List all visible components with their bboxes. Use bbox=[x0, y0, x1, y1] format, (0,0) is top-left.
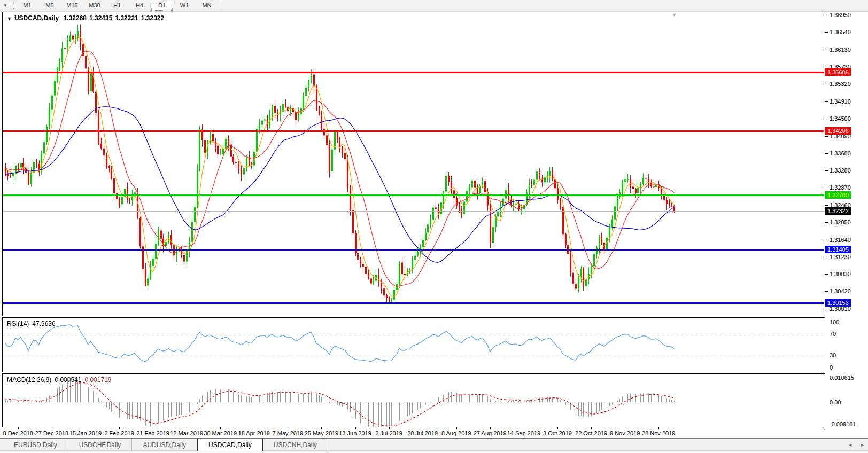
date-axis-tick bbox=[625, 427, 625, 429]
chart-symbol-period: USDCAD,Daily bbox=[14, 14, 59, 22]
price-axis-label: 1.33680 bbox=[830, 150, 851, 157]
price-axis-label: 1.36540 bbox=[830, 29, 851, 35]
price-axis-tick bbox=[825, 205, 828, 206]
date-axis-label: 2 Jul 2019 bbox=[375, 430, 402, 436]
tab-scroll-left-icon[interactable]: ◄ bbox=[848, 442, 852, 448]
date-axis-label: 25 May 2019 bbox=[305, 430, 339, 436]
date-axis-label: 12 Mar 2019 bbox=[170, 430, 203, 436]
rsi-name: RSI(14) bbox=[7, 320, 29, 327]
price-level-line[interactable] bbox=[3, 194, 824, 196]
ohlc-high: 1.32435 bbox=[89, 14, 112, 22]
rsi-axis-label: 100 bbox=[830, 319, 839, 325]
price-level-badge: 1.35606 bbox=[825, 68, 851, 76]
price-level-line[interactable] bbox=[3, 130, 824, 132]
price-axis-tick bbox=[825, 188, 828, 188]
date-axis-tick bbox=[557, 427, 558, 429]
price-level-badge: 1.30153 bbox=[825, 299, 851, 307]
timeframe-button-m30[interactable]: M30 bbox=[84, 1, 105, 11]
rsi-label: RSI(14)47.9636 bbox=[7, 320, 56, 327]
price-axis-label: 1.30010 bbox=[830, 306, 851, 312]
tab-usdcnh-daily[interactable]: USDCNH,Daily bbox=[263, 439, 328, 451]
date-axis-label: 2 Feb 2019 bbox=[104, 430, 134, 436]
current-price-line[interactable] bbox=[3, 211, 824, 212]
date-axis[interactable]: 8 Dec 201827 Dec 201815 Jan 20192 Feb 20… bbox=[2, 427, 824, 438]
date-axis-tick bbox=[490, 427, 491, 429]
toolbar-grip-handle[interactable] bbox=[11, 2, 14, 10]
tab-eurusd-daily[interactable]: EURUSD,Daily bbox=[3, 439, 68, 451]
date-axis-tick bbox=[591, 427, 592, 429]
candlestick-canvas[interactable] bbox=[3, 12, 824, 315]
timeframe-button-h1[interactable]: H1 bbox=[106, 1, 128, 11]
timeframe-button-m1[interactable]: M1 bbox=[17, 1, 38, 11]
macd-axis-label: 0.010615 bbox=[830, 374, 854, 381]
tab-audusd-daily[interactable]: AUDUSD,Daily bbox=[132, 439, 197, 451]
date-axis-tick bbox=[187, 427, 187, 429]
price-axis-tick bbox=[825, 274, 828, 275]
date-axis-tick bbox=[288, 427, 288, 429]
rsi-canvas[interactable] bbox=[3, 318, 824, 371]
macd-main-value: 0.000541 bbox=[55, 376, 81, 384]
ohlc-close: 1.32322 bbox=[141, 14, 164, 22]
price-level-badge: 1.31405 bbox=[825, 246, 851, 253]
date-axis-tick bbox=[355, 427, 356, 429]
date-axis-label: 30 Mar 2019 bbox=[204, 430, 237, 436]
toolbar-separator bbox=[221, 2, 221, 10]
price-axis-tick bbox=[825, 240, 828, 240]
timeframe-button-m15[interactable]: M15 bbox=[61, 1, 83, 11]
rsi-axis-label: 0 bbox=[830, 364, 833, 371]
tab-usdchf-daily[interactable]: USDCHF,Daily bbox=[68, 439, 133, 451]
chart-dropdown-icon[interactable]: ▼ bbox=[1, 1, 10, 10]
chart-title-dropdown-icon[interactable]: ▼ bbox=[7, 16, 12, 21]
price-level-badge: 1.32700 bbox=[825, 191, 851, 199]
rsi-indicator-panel[interactable]: RSI(14)47.9636 bbox=[2, 317, 825, 372]
macd-canvas[interactable] bbox=[3, 374, 824, 427]
timeframe-button-m5[interactable]: M5 bbox=[39, 1, 60, 11]
price-axis-label: 1.35320 bbox=[830, 81, 851, 87]
price-axis-label: 1.30830 bbox=[830, 271, 851, 277]
rsi-axis-label: 70 bbox=[830, 331, 836, 337]
price-level-line[interactable] bbox=[3, 72, 824, 73]
date-axis-label: 20 Jul 2019 bbox=[407, 430, 438, 436]
price-axis-label: 1.36130 bbox=[830, 46, 851, 53]
chart-tab-bar: EURUSD,DailyUSDCHF,DailyAUDUSD,DailyUSDC… bbox=[0, 438, 868, 451]
price-level-line[interactable] bbox=[3, 249, 824, 251]
price-axis[interactable]: 1.369501.365401.361301.357301.353201.349… bbox=[825, 12, 868, 439]
timeframe-button-mn[interactable]: MN bbox=[196, 1, 218, 11]
date-axis-label: 15 Jan 2019 bbox=[69, 430, 102, 436]
price-axis-label: 1.33280 bbox=[830, 167, 851, 174]
timeframe-button-d1[interactable]: D1 bbox=[151, 1, 173, 11]
date-axis-label: 3 Oct 2019 bbox=[543, 430, 572, 436]
date-axis-tick bbox=[52, 427, 52, 429]
price-level-badge: 1.34206 bbox=[825, 127, 851, 135]
macd-indicator-panel[interactable]: MACD(12,26,9)0.0005410.001719 bbox=[2, 373, 825, 428]
date-axis-tick bbox=[220, 427, 221, 429]
price-axis-tick bbox=[825, 153, 828, 154]
macd-signal-value: 0.001719 bbox=[84, 376, 111, 384]
price-level-line[interactable] bbox=[3, 302, 824, 304]
bar-shift-marker-icon[interactable]: ▼ bbox=[672, 12, 677, 18]
timeframe-button-w1[interactable]: W1 bbox=[174, 1, 195, 11]
date-axis-tick bbox=[321, 427, 322, 429]
price-axis-label: 1.36950 bbox=[830, 12, 851, 18]
price-axis-label: 1.32050 bbox=[830, 219, 851, 225]
chart-title: ▼USDCAD,Daily 1.322681.324351.322211.323… bbox=[7, 14, 167, 22]
price-axis-tick bbox=[825, 309, 828, 309]
date-axis-label: 8 Dec 2018 bbox=[3, 430, 33, 436]
tab-usdcad-daily[interactable]: USDCAD,Daily bbox=[197, 439, 263, 451]
main-chart-panel[interactable]: ▼USDCAD,Daily 1.322681.324351.322211.323… bbox=[2, 12, 825, 316]
date-axis-tick bbox=[86, 427, 86, 429]
date-axis-label: 14 Sep 2019 bbox=[507, 430, 540, 436]
date-axis-label: 13 Jun 2019 bbox=[339, 430, 371, 436]
timeframe-button-h4[interactable]: H4 bbox=[129, 1, 150, 11]
date-axis-label: 27 Dec 2018 bbox=[35, 430, 68, 436]
date-axis-label: 22 Oct 2019 bbox=[575, 430, 607, 436]
date-axis-tick bbox=[153, 427, 153, 429]
price-axis-label: 1.31230 bbox=[830, 254, 851, 260]
tab-scroll-right-icon[interactable]: ► bbox=[860, 442, 865, 448]
date-axis-label: 21 Feb 2019 bbox=[136, 430, 169, 436]
rsi-value: 47.9636 bbox=[32, 320, 55, 327]
price-axis-tick bbox=[825, 291, 828, 292]
ohlc-open: 1.32268 bbox=[64, 14, 87, 22]
date-axis-label: 9 Nov 2019 bbox=[610, 430, 640, 436]
date-axis-tick bbox=[254, 427, 254, 429]
